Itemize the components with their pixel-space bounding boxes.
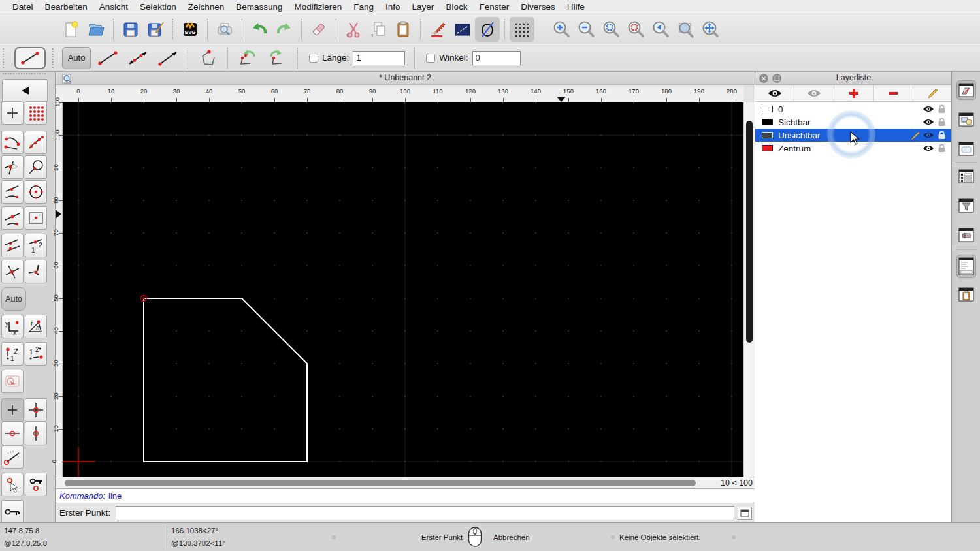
hide-all-layers-button[interactable] xyxy=(794,85,834,101)
menu-item[interactable]: Zeichnen xyxy=(182,2,231,12)
layer-row[interactable]: Zentrum xyxy=(755,142,952,155)
palette-auto-button[interactable]: Auto xyxy=(1,287,26,311)
line-tool-button-active[interactable] xyxy=(14,47,46,69)
vertical-scrollbar-thumb[interactable] xyxy=(746,121,753,343)
erase-button[interactable] xyxy=(306,17,331,42)
library-browser-dock-button[interactable] xyxy=(956,139,976,159)
layer-lock-toggle[interactable] xyxy=(935,144,948,153)
menu-item[interactable]: Info xyxy=(380,2,406,12)
relative-polar-button[interactable]: 12 xyxy=(25,342,47,366)
drawing-canvas[interactable] xyxy=(63,102,743,477)
vertical-scrollbar[interactable] xyxy=(743,102,755,477)
snap-on-entity-button[interactable] xyxy=(25,131,47,154)
dimension-rect-button[interactable] xyxy=(450,17,475,42)
restrict-angle-button[interactable] xyxy=(1,445,24,469)
menu-item[interactable]: Fang xyxy=(348,2,380,12)
layer-visibility-toggle[interactable] xyxy=(922,144,935,152)
menu-item[interactable]: Modifizieren xyxy=(289,2,348,12)
zoom-previous-button[interactable] xyxy=(648,17,673,42)
relative-cartesian-button[interactable]: 12 xyxy=(1,342,24,366)
auto-mode-button[interactable]: Auto xyxy=(62,47,91,69)
line-segment-button[interactable] xyxy=(93,47,123,69)
menu-item[interactable]: Diverses xyxy=(515,2,561,12)
restrict-horizontal-button[interactable] xyxy=(1,422,24,445)
layer-visibility-toggle[interactable] xyxy=(922,118,935,126)
menu-item[interactable]: Datei xyxy=(7,2,39,12)
undo-segment-button[interactable] xyxy=(233,47,263,69)
zoom-out-button[interactable] xyxy=(574,17,598,42)
ray-button[interactable] xyxy=(153,47,183,69)
menu-item[interactable]: Fenster xyxy=(473,2,515,12)
layer-panel-titlebar[interactable]: ✕ ❐ Layerliste xyxy=(755,72,952,85)
layer-row[interactable]: 0 xyxy=(755,102,952,116)
snap-center-button[interactable] xyxy=(25,180,47,204)
selection-filter-dock-button[interactable] xyxy=(956,196,976,215)
snap-intersection-button[interactable] xyxy=(1,260,24,283)
print-preview-button[interactable] xyxy=(212,17,237,42)
grid-toggle-button[interactable] xyxy=(510,17,534,42)
angle-checkbox[interactable] xyxy=(426,54,435,63)
layer-row-selected[interactable]: Unsichtbar xyxy=(755,129,952,142)
coordinate-polar-button[interactable]: ra xyxy=(25,315,47,338)
menu-item[interactable]: Bearbeiten xyxy=(39,2,93,12)
restrict-off-button[interactable] xyxy=(1,398,24,422)
zoom-window-button[interactable] xyxy=(673,17,698,42)
save-as-button[interactable] xyxy=(143,17,168,42)
redo-segment-button[interactable] xyxy=(263,47,293,69)
menu-item[interactable]: Hilfe xyxy=(561,2,591,12)
zoom-auto-button[interactable] xyxy=(598,17,623,42)
layer-lock-toggle[interactable] xyxy=(935,131,948,140)
snap-free-button[interactable] xyxy=(1,101,24,125)
set-relative-zero-button[interactable] xyxy=(1,473,24,496)
snap-grid-button[interactable] xyxy=(25,101,47,125)
menu-item[interactable]: Ansicht xyxy=(93,2,134,12)
pattern-viewer-dock-button[interactable] xyxy=(956,225,976,245)
paste-button[interactable] xyxy=(391,17,416,42)
snap-tangential-button[interactable] xyxy=(25,155,47,179)
undo-button[interactable] xyxy=(247,17,272,42)
snap-reference-button[interactable] xyxy=(25,206,47,230)
draw-pencil-button[interactable] xyxy=(425,17,450,42)
save-button[interactable] xyxy=(118,17,143,42)
layer-lock-toggle[interactable] xyxy=(935,118,948,127)
layer-visibility-toggle[interactable] xyxy=(922,105,935,113)
zoom-pan-button[interactable] xyxy=(698,17,723,42)
restrict-vertical-button[interactable] xyxy=(25,422,47,445)
line-both-directions-button[interactable] xyxy=(123,47,153,69)
draft-mode-button[interactable] xyxy=(475,17,500,42)
snap-middle-button[interactable] xyxy=(1,206,24,230)
layer-lock-toggle[interactable] xyxy=(935,104,948,114)
new-file-button[interactable] xyxy=(59,17,84,42)
edit-layer-button[interactable] xyxy=(913,85,952,101)
snap-endpoints-button[interactable] xyxy=(1,131,24,154)
menu-item[interactable]: Layer xyxy=(406,2,440,12)
add-layer-button[interactable] xyxy=(834,85,874,101)
copy-button[interactable]: + xyxy=(366,17,391,42)
snap-distance-button[interactable]: 12 xyxy=(25,234,47,257)
menu-item[interactable]: Selektion xyxy=(134,2,182,12)
angle-input[interactable] xyxy=(472,51,521,65)
remove-layer-button[interactable] xyxy=(874,85,913,101)
menu-item[interactable]: Block xyxy=(440,2,473,12)
snap-intersection-manual-button[interactable] xyxy=(25,260,47,283)
open-file-button[interactable] xyxy=(84,17,108,42)
layer-edit-icon-button[interactable] xyxy=(909,131,922,140)
restrict-orthogonal-button[interactable] xyxy=(25,398,47,422)
snap-auto-point-button[interactable] xyxy=(1,180,24,204)
layer-visibility-toggle[interactable] xyxy=(922,131,935,139)
layer-list-dock-button[interactable] xyxy=(956,80,976,100)
horizontal-scrollbar[interactable]: 10 < 100 xyxy=(56,477,755,488)
horizontal-scrollbar-thumb[interactable] xyxy=(65,480,696,486)
svg-export-button[interactable]: SVG xyxy=(178,17,203,42)
length-checkbox[interactable] xyxy=(309,54,318,63)
menu-item[interactable]: Bemassung xyxy=(230,2,288,12)
command-input[interactable] xyxy=(116,506,734,520)
zoom-selection-button[interactable] xyxy=(623,17,648,42)
command-window-toggle-button[interactable] xyxy=(738,507,752,520)
clipboard-dock-button[interactable] xyxy=(956,285,976,304)
back-button[interactable] xyxy=(2,79,48,102)
toolbar-grip[interactable] xyxy=(52,48,57,68)
command-line-dock-button[interactable] xyxy=(956,255,976,278)
show-all-layers-button[interactable] xyxy=(755,85,794,101)
snap-parallel-button[interactable] xyxy=(1,234,24,257)
